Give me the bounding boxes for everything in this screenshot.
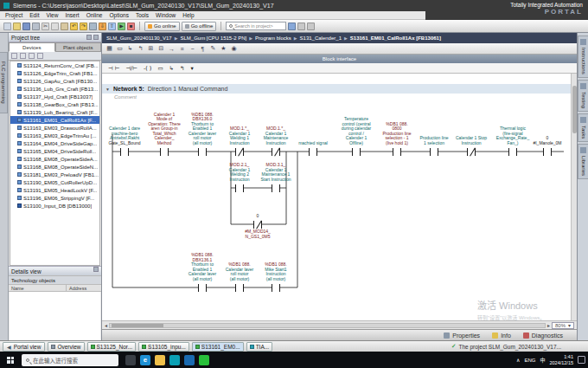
network-comment[interactable]: Comment <box>102 94 577 101</box>
redo-icon[interactable]: ↷ <box>80 23 87 30</box>
horizontal-scrollbar[interactable] <box>109 323 546 328</box>
favorites-icon[interactable]: ★ <box>220 45 227 52</box>
cut-icon[interactable]: ✂ <box>42 23 49 30</box>
monitoring-glasses-icon[interactable] <box>288 23 296 30</box>
editor-button-s13125[interactable]: S13125_Nor... <box>87 342 137 352</box>
tia-project-icon[interactable] <box>184 355 195 365</box>
go-offline-button[interactable]: Go offline <box>182 22 217 31</box>
tree-item[interactable]: S13196_EM06_StrippingV [F... <box>10 194 99 202</box>
menu-item[interactable]: Tools <box>136 11 149 19</box>
tray-expand-icon[interactable]: ∧ <box>516 357 520 363</box>
stop-cpu-icon[interactable]: ■ <box>127 23 135 30</box>
menu-item[interactable]: Options <box>109 11 128 19</box>
menu-item[interactable]: Insert <box>65 11 79 19</box>
download-to-device-icon[interactable]: ⇩ <box>99 23 106 30</box>
details-collapse-icon[interactable] <box>93 267 99 272</box>
filter-icon[interactable] <box>11 53 17 59</box>
block-interface-bar[interactable]: Block interface <box>102 55 577 63</box>
vertical-scrollbar[interactable] <box>571 74 577 320</box>
notifications-icon[interactable] <box>578 356 585 364</box>
menu-item[interactable]: View <box>46 11 58 19</box>
network-comments-icon[interactable]: ✎ <box>209 45 217 52</box>
project-search-input[interactable]: Search in project> <box>226 22 286 30</box>
tree-item[interactable]: S13165_EM04_DriveSideRoll... <box>10 147 99 155</box>
open-project-icon[interactable] <box>13 23 21 30</box>
tab-info[interactable]: Info <box>492 332 511 339</box>
contact-mike-start1[interactable] <box>272 284 280 292</box>
insert-row-icon[interactable]: ⊞ <box>147 45 155 52</box>
editor-button-overview[interactable]: Overview <box>48 342 84 352</box>
scroll-left-icon[interactable]: ◂ <box>105 322 107 328</box>
contact-mod14[interactable] <box>253 221 262 229</box>
technology-objects-section[interactable]: Technology objects <box>9 275 101 284</box>
delete-row-icon[interactable]: ⊟ <box>157 45 165 52</box>
taskbar-clock[interactable]: 1:41 2024/12/15 <box>549 354 573 365</box>
print-icon[interactable] <box>32 23 40 30</box>
contact-welding1-instruction[interactable] <box>235 148 244 156</box>
new-project-icon[interactable] <box>3 23 11 30</box>
contact-thermal-logic[interactable] <box>508 148 517 156</box>
contact-temperature-control[interactable] <box>352 148 361 156</box>
contact-stop-instruction[interactable] <box>467 148 476 156</box>
collapse-networks-icon[interactable]: − <box>189 46 196 52</box>
tree-item[interactable]: S13139_Lub_Bearing_Craft [F... <box>10 108 99 116</box>
fav-no-contact[interactable]: ⊣ ⊢ <box>108 65 119 72</box>
add-empty-box-icon[interactable]: ▭ <box>116 45 124 52</box>
auto-collapse-icon[interactable] <box>86 35 92 40</box>
tree-item[interactable]: S13138_GearBox_Craft [FB13... <box>10 100 99 108</box>
contact-thorburn-enabled-1[interactable] <box>198 148 207 156</box>
scroll-right-icon[interactable]: ▸ <box>547 322 550 328</box>
tree-item[interactable]: S13181_EM03_PreloadV [FB1... <box>10 171 99 178</box>
project-tree-tab[interactable]: Plant objects <box>55 42 102 52</box>
contact-welding2-instruction[interactable] <box>235 184 244 192</box>
editor-button-s13161[interactable]: S13161_EM0... <box>192 342 244 352</box>
fav-open-branch[interactable]: ↳ <box>169 65 174 72</box>
wechat-icon[interactable] <box>199 355 209 365</box>
scrollbar-thumb[interactable] <box>112 324 163 327</box>
tab-tasks[interactable]: Tasks <box>578 113 588 142</box>
breadcrumb-segment[interactable]: SLM_Gum_202401130_V17 <box>106 36 172 41</box>
zoom-select[interactable]: 80% ▾ <box>552 322 574 329</box>
taskbar-search[interactable]: 在此输入进行搜索 <box>22 354 118 366</box>
split-editor-icon[interactable] <box>307 23 315 30</box>
absolute-operands-icon[interactable]: ¶ <box>199 46 207 52</box>
ime-indicator[interactable]: 中 <box>540 356 545 364</box>
contact-machted-signal[interactable] <box>309 148 317 156</box>
close-branch-icon[interactable]: ↰ <box>137 45 144 52</box>
project-tree-tab[interactable]: Devices <box>9 42 55 52</box>
contact-production-line-1[interactable] <box>430 148 438 156</box>
tab-instructions[interactable]: Instructions <box>578 36 588 78</box>
plc-programming-tab[interactable]: PLC programming <box>0 52 8 113</box>
new-item-icon[interactable] <box>20 53 26 59</box>
task-view-icon[interactable] <box>125 355 136 365</box>
crossref-icon[interactable] <box>297 23 305 30</box>
upload-from-device-icon[interactable]: ⇧ <box>108 23 116 30</box>
editor-button-tia[interactable]: TIA... <box>246 342 273 352</box>
tree-item[interactable]: S13124_ReturnConv_Craf [FB... <box>10 61 99 69</box>
tree-item[interactable]: S13164_EM04_DriveSideGap... <box>10 139 99 147</box>
start-cpu-icon[interactable]: ▶ <box>118 23 125 30</box>
tree-item[interactable]: S13126_EdgeTrim_Craft [FB1... <box>10 69 99 77</box>
paste-icon[interactable] <box>61 23 68 30</box>
undo-icon[interactable]: ↶ <box>70 23 78 30</box>
breadcrumb-segment[interactable]: Program blocks <box>255 36 291 41</box>
menu-item[interactable]: Window <box>156 11 176 19</box>
refresh-icon[interactable] <box>29 53 35 59</box>
fav-nc-contact[interactable]: ⊣/⊢ <box>125 65 137 72</box>
language-indicator[interactable]: ENG <box>524 358 535 363</box>
tree-item[interactable]: S13168_EM08_OperateSideN... <box>10 163 99 171</box>
portal-view-button[interactable]: ◀ Portal view <box>3 342 45 352</box>
menu-item[interactable]: Help <box>182 11 194 19</box>
menu-item[interactable]: Online <box>86 11 103 19</box>
tree-item[interactable]: S13191_EM05_HeadLockV [F... <box>10 186 99 194</box>
contact-maintenance1-start[interactable] <box>272 184 280 192</box>
tree-item[interactable]: S13137_Hyd_Craft [FB13037] <box>10 93 99 100</box>
goto-icon[interactable]: → <box>168 46 176 52</box>
tree-item[interactable]: S13126_GapAu_Craft [FB130... <box>10 77 99 85</box>
insert-network-icon[interactable]: ▦ <box>105 45 113 52</box>
contact-production-line-selection[interactable] <box>393 148 401 156</box>
tab-testing[interactable]: Testing <box>578 80 588 112</box>
copy-icon[interactable] <box>51 23 59 30</box>
start-button[interactable] <box>3 352 18 368</box>
tree-item[interactable]: S13163_EM03_EdgeTrimAu [... <box>10 132 99 139</box>
